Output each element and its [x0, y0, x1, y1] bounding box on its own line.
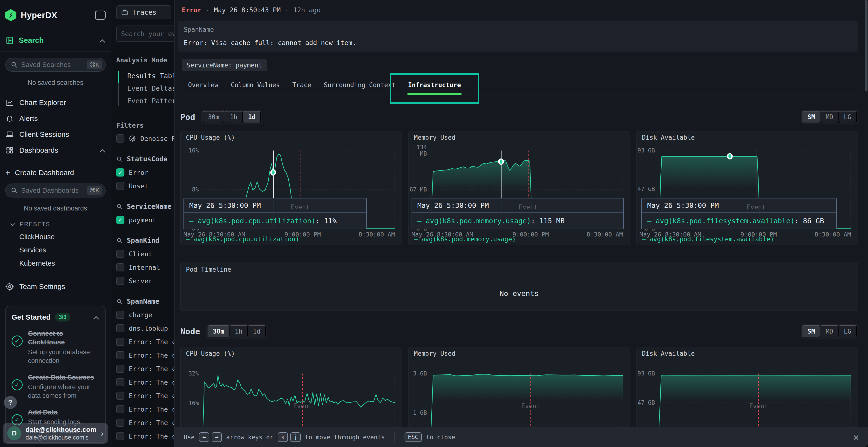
chevron-up-icon[interactable] — [99, 37, 105, 44]
checkbox[interactable] — [116, 338, 124, 346]
checkbox[interactable] — [116, 405, 124, 413]
checkbox[interactable] — [116, 250, 124, 258]
separator: · — [285, 6, 289, 14]
filter-option-label: Error: The cr — [129, 365, 180, 373]
tab-trace[interactable]: Trace — [286, 77, 317, 94]
sidebar-item-client-sessions[interactable]: Client Sessions — [5, 127, 105, 142]
checkbox[interactable] — [116, 378, 124, 386]
tab-column-values[interactable]: Column Values — [224, 77, 286, 94]
checkbox[interactable] — [116, 134, 124, 143]
sidebar-collapse-icon[interactable] — [95, 10, 105, 20]
checkbox[interactable] — [116, 391, 124, 400]
pod-size-sm[interactable]: SM — [802, 111, 820, 123]
sidebar-item-dashboards[interactable]: Dashboards — [5, 142, 105, 158]
hover-marker — [498, 159, 504, 165]
tab-overview[interactable]: Overview — [182, 77, 224, 94]
search-icon[interactable] — [116, 298, 123, 305]
chevron-up-icon — [99, 147, 105, 153]
search-icon[interactable] — [116, 156, 123, 163]
filter-group-name: ServiceName — [127, 203, 172, 210]
y-axis-labels: 3 GB1 GB — [409, 374, 429, 433]
user-menu[interactable]: D dale@clickhouse.com dale@clickhouse.co… — [3, 423, 108, 444]
pod-range-control: 30m1h1d — [201, 110, 262, 124]
chart-title: Disk Available — [637, 348, 858, 359]
pod-size-md[interactable]: MD — [820, 111, 838, 123]
y-tick-label: 16% — [181, 147, 199, 153]
node-size-md[interactable]: MD — [820, 325, 838, 337]
scrollbar-thumb[interactable] — [865, 0, 868, 92]
chart-plot: Event — [431, 374, 623, 433]
tooltip-series-row: — avg(k8s.pod.filesystem.available): 86 … — [642, 213, 836, 229]
preset-list: ClickHouseServicesKubernetes — [5, 233, 105, 267]
letter-keys: kj — [278, 432, 301, 442]
shortcut-badge: ⌘K — [87, 61, 102, 69]
event-header: Error · May 26 8:50:43 PM · 12h ago — [182, 6, 321, 14]
presets-toggle[interactable]: PRESETS — [5, 221, 105, 228]
get-started-item[interactable]: ✓Connect to ClickHouseSet up your databa… — [11, 329, 99, 365]
preset-item-services[interactable]: Services — [5, 246, 105, 254]
checkbox[interactable] — [116, 432, 124, 440]
checkbox[interactable]: ✓ — [116, 216, 124, 224]
saved-dashboards-input[interactable]: Saved Dashboards ⌘K — [5, 183, 105, 198]
service-name-tag[interactable]: ServiceName: payment — [182, 59, 267, 71]
checkbox[interactable] — [116, 263, 124, 271]
checkbox[interactable]: ✓ — [116, 168, 124, 176]
chart-plot: Event — [203, 374, 395, 433]
checkbox[interactable] — [116, 324, 124, 332]
preset-item-clickhouse[interactable]: ClickHouse — [5, 233, 105, 241]
x-tick-label: 8:30:00 AM — [359, 231, 395, 238]
chart-legend: — avg(k8s.pod.filesystem.available) — [642, 236, 774, 243]
node-size-lg[interactable]: LG — [839, 325, 857, 337]
sidebar-item-team-settings[interactable]: Team Settings — [5, 282, 105, 291]
y-tick-label: 93 GB — [637, 370, 655, 377]
sidebar-item-search[interactable]: Search — [5, 36, 105, 45]
tab-surrounding-context[interactable]: Surrounding Context — [317, 77, 402, 94]
pod-range-1h[interactable]: 1h — [224, 111, 243, 123]
event-line-label: Event — [521, 403, 540, 410]
create-dashboard-button[interactable]: + Create Dashboard — [5, 168, 105, 177]
pod-timeline-title: Pod Timeline — [181, 263, 858, 276]
pod-size-lg[interactable]: LG — [839, 111, 857, 123]
chart-card-pod-cpu: CPU Usage (%)16%8%0%EventMay 26 8:30:00 … — [180, 132, 402, 245]
checkbox[interactable] — [116, 311, 124, 319]
denoise-icon — [129, 135, 136, 142]
checkbox[interactable] — [116, 277, 124, 285]
get-started-item-text: Create Data SourcesConfigure where your … — [28, 373, 99, 400]
source-select[interactable]: Traces — [116, 5, 171, 19]
get-started-item[interactable]: ✓Create Data SourcesConfigure where your… — [11, 373, 99, 400]
span-error-message: Error: Visa cache full: cannot add new i… — [184, 39, 852, 46]
chevron-up-icon[interactable] — [93, 314, 99, 320]
chart-tooltip: May 26 5:30:00 PM— avg(k8s.pod.cpu.utili… — [184, 198, 367, 229]
search-icon[interactable] — [116, 237, 123, 244]
footer-text: to move through events — [305, 434, 385, 441]
node-range-1d[interactable]: 1d — [248, 325, 266, 337]
checkbox[interactable] — [116, 182, 124, 190]
help-button[interactable]: ? — [4, 396, 17, 409]
node-range-30m[interactable]: 30m — [208, 325, 229, 337]
search-icon[interactable] — [116, 203, 123, 210]
preset-item-kubernetes[interactable]: Kubernetes — [5, 260, 105, 267]
checkbox[interactable] — [116, 351, 124, 359]
close-icon[interactable]: ✕ — [853, 432, 859, 442]
checkbox[interactable] — [116, 419, 124, 427]
esc-key: ESC — [405, 432, 422, 442]
chart-legend: — avg(k8s.pod.cpu.utilization) — [186, 236, 299, 243]
saved-searches-input[interactable]: Saved Searches ⌘K — [5, 58, 105, 72]
node-size-sm[interactable]: SM — [802, 325, 820, 337]
node-range-1h[interactable]: 1h — [229, 325, 248, 337]
filter-option-label: Error: The cr — [129, 433, 180, 440]
y-tick-label: 16% — [181, 400, 199, 406]
bell-icon — [5, 114, 14, 123]
sidebar-item-label: Alerts — [19, 114, 38, 123]
pod-range-1d[interactable]: 1d — [243, 111, 261, 123]
tab-infrastructure[interactable]: Infrastructure — [402, 77, 467, 94]
tooltip-series-name: — avg(k8s.pod.filesystem.available) — [647, 217, 795, 225]
chart-plot: Event — [659, 374, 851, 433]
sidebar-item-alerts[interactable]: Alerts — [5, 110, 105, 127]
chart-title: Memory Used — [409, 348, 630, 359]
get-started-item-title: Connect to ClickHouse — [28, 329, 99, 347]
y-tick-label: 93 GB — [637, 147, 655, 153]
pod-range-30m[interactable]: 30m — [203, 111, 224, 123]
checkbox[interactable] — [116, 365, 124, 373]
sidebar-item-chart-explorer[interactable]: Chart Explorer — [5, 95, 105, 110]
